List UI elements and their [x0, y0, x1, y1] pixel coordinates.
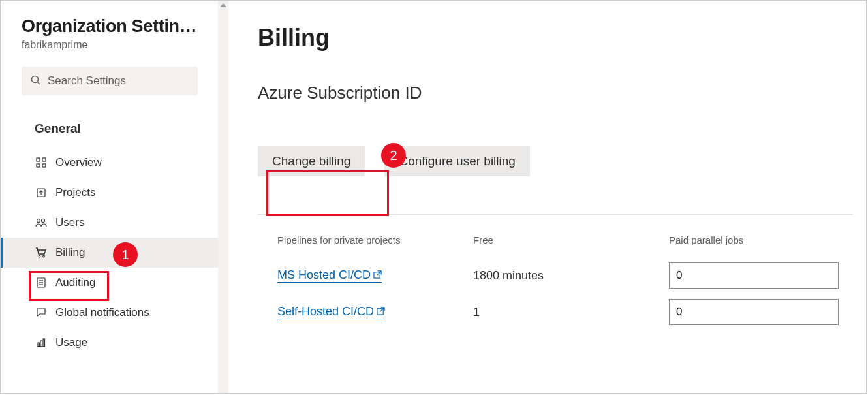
free-value: 1 — [473, 306, 669, 319]
svg-point-10 — [43, 255, 45, 257]
sidebar-title: Organization Settin… — [22, 16, 204, 37]
table-row: MS Hosted CI/CD 1800 minutes — [277, 257, 846, 294]
svg-rect-4 — [37, 164, 40, 167]
billing-button-row: Change billing Configure user billing — [258, 146, 853, 176]
self-hosted-link[interactable]: Self-Hosted CI/CD — [277, 305, 385, 319]
external-link-icon — [373, 268, 382, 282]
sidebar: Organization Settin… fabrikamprime Gener… — [1, 1, 219, 393]
svg-rect-5 — [42, 164, 46, 167]
sidebar-item-label: Usage — [55, 336, 87, 349]
sidebar-item-label: Billing — [55, 246, 85, 259]
paid-jobs-input-self[interactable] — [669, 299, 839, 325]
svg-point-8 — [42, 219, 45, 223]
sidebar-item-auditing[interactable]: Auditing — [1, 268, 218, 298]
sidebar-item-usage[interactable]: Usage — [1, 328, 218, 358]
grid-icon — [35, 157, 48, 168]
configure-user-billing-button[interactable]: Configure user billing — [384, 146, 530, 176]
sidebar-item-label: Users — [55, 216, 84, 229]
free-value: 1800 minutes — [473, 269, 669, 283]
chart-icon — [35, 338, 48, 348]
svg-point-7 — [37, 219, 40, 223]
search-input[interactable] — [48, 74, 189, 87]
link-label: MS Hosted CI/CD — [277, 268, 371, 282]
search-icon — [31, 75, 41, 87]
paid-jobs-input-ms[interactable] — [669, 262, 839, 289]
sidebar-item-global-notifications[interactable]: Global notifications — [1, 298, 218, 328]
sidebar-item-label: Projects — [55, 186, 95, 199]
sidebar-item-projects[interactable]: Projects — [1, 178, 218, 208]
sidebar-item-billing[interactable]: Billing — [1, 238, 218, 268]
table-row: Self-Hosted CI/CD 1 — [277, 294, 846, 330]
section-divider — [258, 214, 853, 215]
external-link-icon — [377, 305, 385, 319]
sidebar-item-label: Global notifications — [55, 306, 149, 319]
svg-rect-3 — [42, 158, 46, 161]
svg-rect-17 — [40, 341, 42, 347]
table-header-row: Pipelines for private projects Free Paid… — [277, 234, 846, 245]
subscription-heading: Azure Subscription ID — [258, 83, 853, 103]
page-title: Billing — [258, 24, 853, 52]
sidebar-item-users[interactable]: Users — [1, 208, 218, 238]
sidebar-item-label: Auditing — [55, 276, 95, 289]
link-label: Self-Hosted CI/CD — [277, 305, 374, 319]
upload-icon — [35, 187, 48, 198]
svg-rect-2 — [37, 158, 40, 161]
sidebar-section-general: General — [35, 121, 208, 136]
callout-badge-1: 1 — [113, 242, 138, 267]
svg-rect-16 — [38, 343, 40, 347]
sidebar-item-label: Overview — [55, 156, 102, 169]
callout-badge-2: 2 — [381, 143, 406, 168]
cart-icon — [35, 247, 48, 258]
ms-hosted-link[interactable]: MS Hosted CI/CD — [277, 268, 382, 283]
users-icon — [35, 217, 48, 228]
svg-rect-18 — [43, 339, 45, 347]
col-header-free: Free — [473, 234, 669, 245]
col-header-paid: Paid parallel jobs — [669, 234, 846, 245]
search-settings-box[interactable] — [22, 67, 198, 95]
col-header-pipelines: Pipelines for private projects — [277, 234, 473, 245]
chat-icon — [35, 308, 48, 318]
sidebar-item-overview[interactable]: Overview — [1, 148, 218, 178]
list-icon — [35, 277, 48, 288]
main-content: Billing Azure Subscription ID Change bil… — [219, 1, 866, 393]
svg-point-9 — [39, 255, 40, 257]
pipelines-table: Pipelines for private projects Free Paid… — [258, 234, 853, 330]
change-billing-button[interactable]: Change billing — [258, 146, 365, 176]
svg-line-1 — [38, 82, 40, 84]
svg-point-0 — [32, 76, 39, 82]
sidebar-subtitle: fabrikamprime — [22, 39, 208, 51]
